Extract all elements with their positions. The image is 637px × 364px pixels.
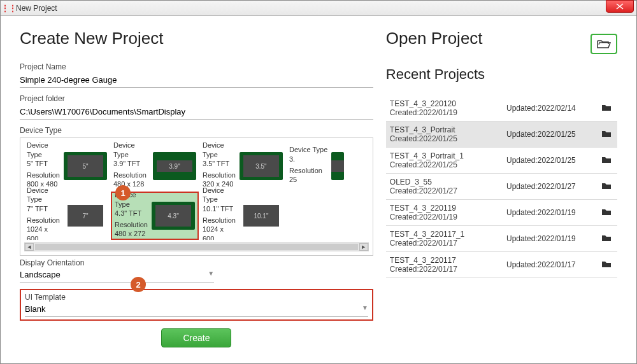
create-panel: Create New Project Project Name Project … (20, 29, 373, 356)
device-screen: 3.9" (157, 160, 192, 172)
device-res-field-label: Resolution (203, 216, 236, 225)
folder-icon (602, 104, 613, 113)
uitemplate-dropdown[interactable]: Blank ▼ (25, 302, 368, 317)
uitemplate-field: UI Template Blank ▼ (25, 293, 368, 317)
recent-updated: Updated:2022/01/25 (506, 130, 602, 139)
device-item[interactable]: Device Type3.9" TFTResolution480 x 1283.… (111, 142, 199, 190)
recent-updated: Updated:2022/01/19 (506, 208, 602, 217)
recent-project-item[interactable]: TEST_4_3_220117_1Created:2022/01/17Updat… (386, 226, 617, 252)
scroll-right-arrow[interactable]: ► (359, 243, 368, 251)
recent-project-item[interactable]: TEST_4_3_220119Created:2022/01/19Updated… (386, 200, 617, 226)
device-type-value: 7" TFT (27, 204, 60, 213)
device-type-value: 3. (289, 155, 327, 164)
scroll-thumb[interactable] (35, 244, 358, 250)
device-item[interactable]: Device Type3.Resolution25 (287, 142, 369, 190)
content: Create New Project Project Name Project … (1, 16, 636, 363)
recent-list: TEST_4_3_220120Created:2022/01/19Updated… (386, 95, 617, 278)
device-res-field-label: Resolution (27, 216, 60, 225)
close-button[interactable] (606, 0, 634, 13)
recent-project-item[interactable]: TEST_4_3_Portrait_1Created:2022/01/25Upd… (386, 148, 617, 174)
titlebar: ⋮⋮ New Project (1, 1, 636, 16)
device-thumb: 3.5" (240, 152, 283, 180)
orientation-field: Display Orientation Landscape ▼ (20, 258, 373, 283)
device-type-label: Device Type (20, 126, 373, 135)
recent-col-main: TEST_4_3_Portrait_1Created:2022/01/25 (390, 151, 506, 169)
project-name-label: Project Name (20, 62, 373, 71)
device-info: Device Type10.1" TFTResolution1024 x 600 (203, 186, 236, 240)
device-type-value: 5" TFT (27, 159, 60, 168)
recent-created: Created:2022/01/27 (390, 186, 506, 195)
device-type-value: 10.1" TFT (203, 204, 236, 213)
window-title: New Project (16, 4, 57, 13)
folder-icon (602, 234, 613, 243)
device-type-field-label: Device Type (27, 186, 60, 204)
open-heading: Open Project (386, 29, 483, 48)
create-button[interactable]: Create (161, 328, 231, 347)
recent-project-item[interactable]: TEST_4_3_220117Created:2022/01/17Updated… (386, 252, 617, 278)
recent-name: TEST_4_3_220119 (390, 204, 506, 213)
orientation-dropdown[interactable]: Landscape ▼ (20, 267, 214, 283)
device-item[interactable]: Device Type10.1" TFTResolution1024 x 600… (200, 192, 285, 240)
recent-created: Created:2022/01/19 (390, 213, 506, 221)
device-res-value: 1024 x 600 (203, 225, 236, 240)
device-item[interactable]: Device Type5" TFTResolution800 x 4805" (24, 142, 110, 190)
device-thumb (331, 152, 344, 180)
recent-project-item[interactable]: OLED_3_55Created:2022/01/27Updated:2022/… (386, 174, 617, 200)
device-thumb: 10.1" (240, 202, 283, 230)
uitemplate-label: UI Template (25, 293, 368, 302)
device-type-value: 3.9" TFT (113, 159, 149, 168)
recent-col-main: TEST_4_3_220117_1Created:2022/01/17 (390, 230, 506, 248)
device-res-value: 480 x 272 (115, 229, 148, 238)
device-screen: 7" (68, 205, 103, 227)
recent-name: TEST_4_3_Portrait (390, 125, 506, 134)
recent-project-item[interactable]: TEST_4_3_220120Created:2022/01/19Updated… (386, 95, 617, 122)
orientation-value: Landscape (20, 270, 61, 279)
folder-open-icon (597, 39, 611, 49)
device-type-field-label: Device Type (27, 142, 60, 159)
chevron-down-icon: ▼ (208, 270, 214, 279)
folder-icon (602, 156, 613, 165)
close-icon (616, 3, 624, 10)
device-list: Device Type5" TFTResolution800 x 4805"De… (24, 142, 369, 240)
device-res-field-label: Resolution (115, 220, 148, 229)
folder-icon (602, 130, 613, 139)
device-info: Device Type7" TFTResolution1024 x 600 (27, 186, 60, 240)
open-header: Open Project (386, 29, 617, 59)
ui-template-highlight: UI Template Blank ▼ (20, 289, 373, 321)
project-name-input[interactable] (20, 73, 373, 88)
recent-created: Created:2022/01/17 (390, 239, 506, 248)
device-screen (331, 160, 344, 172)
recent-created: Created:2022/01/17 (390, 265, 506, 274)
device-info: Device Type3.Resolution25 (289, 145, 327, 186)
device-screen: 10.1" (243, 205, 279, 227)
device-list-wrapper: Device Type5" TFTResolution800 x 4805"De… (20, 137, 373, 256)
device-type-value: 3.5" TFT (203, 159, 236, 168)
device-thumb: 3.9" (153, 152, 196, 180)
device-info: Device Type3.9" TFTResolution480 x 128 (113, 142, 149, 192)
recent-heading: Recent Projects (386, 66, 617, 83)
create-heading: Create New Project (20, 29, 373, 48)
recent-updated: Updated:2022/01/25 (506, 156, 602, 165)
orientation-label: Display Orientation (20, 258, 373, 267)
recent-col-main: TEST_4_3_PortraitCreated:2022/01/25 (390, 125, 506, 143)
recent-name: OLED_3_55 (390, 178, 506, 186)
device-info: Device Type3.5" TFTResolution320 x 240 (203, 142, 236, 192)
recent-project-item[interactable]: TEST_4_3_PortraitCreated:2022/01/25Updat… (386, 122, 617, 148)
project-folder-input[interactable] (20, 104, 373, 120)
folder-icon (602, 260, 613, 269)
device-type-field-label: Device Type (203, 142, 236, 159)
annotation-badge-1: 1 (115, 185, 131, 200)
device-res-field-label: Resolution (27, 171, 60, 179)
device-item[interactable]: Device Type3.5" TFTResolution320 x 2403.… (200, 142, 285, 190)
device-thumb: 5" (64, 152, 107, 180)
device-type-field-label: Device Type (203, 186, 236, 204)
open-folder-button[interactable] (590, 34, 617, 54)
device-thumb: 4.3" (152, 202, 195, 230)
device-type-value: 4.3" TFT (115, 209, 148, 218)
annotation-badge-2: 2 (131, 277, 146, 292)
recent-col-main: TEST_4_3_220119Created:2022/01/19 (390, 204, 506, 221)
scroll-left-arrow[interactable]: ◄ (25, 243, 34, 251)
device-scrollbar[interactable]: ◄ ► (24, 242, 369, 251)
app-icon: ⋮⋮ (4, 4, 13, 13)
device-item[interactable]: Device Type7" TFTResolution1024 x 6007" (24, 192, 110, 240)
